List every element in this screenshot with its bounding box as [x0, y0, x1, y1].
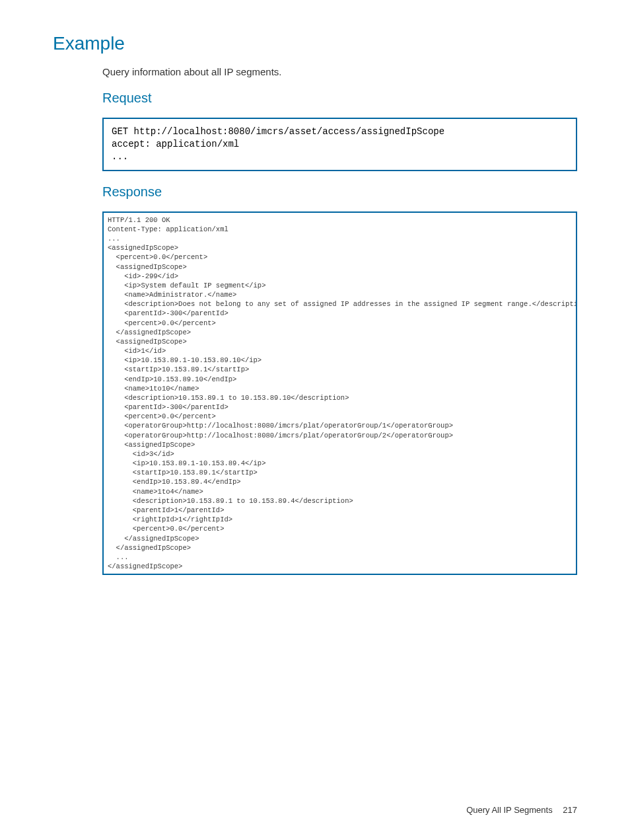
request-heading: Request: [102, 91, 577, 106]
response-code-block: HTTP/1.1 200 OK Content-Type: applicatio…: [102, 211, 577, 576]
footer-title: Query All IP Segments: [466, 805, 553, 815]
footer-page-number: 217: [563, 805, 577, 815]
page-footer: Query All IP Segments 217: [466, 805, 577, 815]
request-code-block: GET http://localhost:8080/imcrs/asset/ac…: [102, 118, 577, 171]
intro-text: Query information about all IP segments.: [102, 66, 577, 77]
response-heading: Response: [102, 184, 577, 200]
section-heading: Example: [53, 33, 577, 54]
